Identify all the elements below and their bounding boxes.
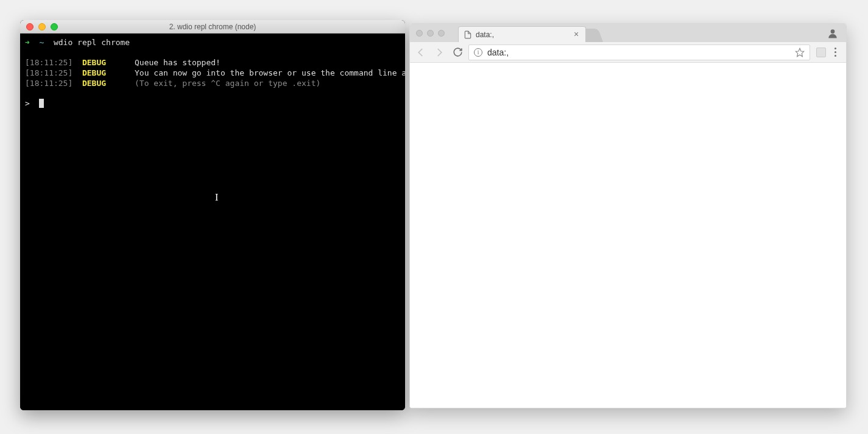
file-icon (464, 30, 472, 39)
maximize-icon[interactable] (438, 30, 445, 37)
dot-icon (834, 55, 836, 57)
chrome-window: data:, × i data:, (409, 23, 847, 408)
profile-avatar-icon[interactable] (827, 27, 839, 40)
log-level: DEBUG (82, 58, 106, 67)
svg-marker-1 (796, 48, 803, 56)
log-timestamp: [18:11:25] (25, 68, 72, 77)
terminal-log-lines: [18:11:25] DEBUG Queue has stopped! [18:… (25, 57, 400, 88)
terminal-window: 2. wdio repl chrome (node) ➜ ~ wdio repl… (20, 20, 405, 410)
arrow-right-icon (434, 47, 445, 58)
log-line: [18:11:25] DEBUG Queue has stopped! (25, 57, 400, 68)
tab-title: data:, (476, 30, 568, 39)
maximize-icon[interactable] (51, 23, 58, 30)
prompt-arrow-icon: ➜ (25, 38, 30, 47)
log-message: (To exit, press ^C again or type .exit) (135, 79, 320, 88)
chrome-menu-button[interactable] (831, 45, 840, 59)
chrome-toolbar: i data:, (410, 42, 846, 63)
terminal-command-text: wdio repl chrome (54, 38, 130, 47)
cursor-icon (39, 99, 44, 108)
terminal-traffic-lights (20, 23, 58, 30)
terminal-titlebar: 2. wdio repl chrome (node) (20, 20, 405, 34)
terminal-command-line: ➜ ~ wdio repl chrome (25, 37, 400, 48)
browser-viewport[interactable] (410, 63, 846, 408)
dot-icon (834, 51, 836, 53)
browser-tab[interactable]: data:, × (458, 26, 586, 42)
terminal-body[interactable]: ➜ ~ wdio repl chrome [18:11:25] DEBUG Qu… (20, 34, 405, 410)
prompt-tilde: ~ (35, 38, 44, 47)
minimize-icon[interactable] (427, 30, 434, 37)
terminal-title: 2. wdio repl chrome (node) (20, 23, 405, 31)
log-message: You can now go into the browser or use t… (135, 68, 405, 77)
address-bar[interactable]: i data:, (468, 44, 810, 60)
toolbar-right (814, 45, 842, 59)
log-line: [18:11:25] DEBUG You can now go into the… (25, 68, 400, 78)
dot-icon (834, 48, 836, 49)
chrome-tabstrip: data:, × (410, 24, 846, 42)
bookmark-star-icon[interactable] (795, 48, 805, 57)
url-text: data:, (487, 48, 790, 57)
repl-prompt-symbol: > (25, 99, 30, 108)
arrow-left-icon (415, 47, 426, 58)
reload-icon (453, 47, 463, 57)
chrome-traffic-lights (410, 30, 451, 37)
minimize-icon[interactable] (38, 23, 46, 30)
repl-prompt[interactable]: > (25, 98, 400, 108)
forward-button[interactable] (432, 45, 446, 60)
extension-icon[interactable] (816, 48, 826, 57)
log-level: DEBUG (82, 68, 106, 77)
log-line: [18:11:25] DEBUG (To exit, press ^C agai… (25, 78, 400, 88)
close-icon[interactable] (26, 23, 34, 30)
log-level: DEBUG (82, 79, 106, 88)
back-button[interactable] (414, 45, 428, 60)
tab-close-icon[interactable]: × (572, 30, 580, 39)
log-timestamp: [18:11:25] (25, 58, 72, 67)
close-icon[interactable] (416, 30, 423, 37)
reload-button[interactable] (450, 45, 465, 60)
log-message: Queue has stopped! (135, 58, 221, 67)
text-cursor-icon: I (215, 192, 218, 202)
svg-point-0 (831, 29, 835, 34)
info-icon[interactable]: i (474, 48, 482, 57)
log-timestamp: [18:11:25] (25, 79, 72, 88)
